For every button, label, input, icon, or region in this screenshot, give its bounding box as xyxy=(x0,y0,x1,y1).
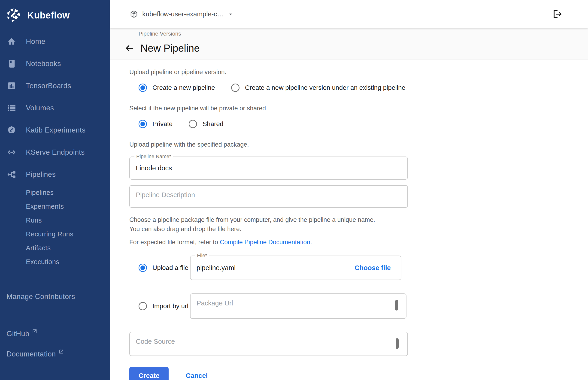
radio-unselected-icon xyxy=(231,84,239,92)
scrollbar-thumb[interactable] xyxy=(395,300,398,310)
documentation-link-label: Documentation xyxy=(6,350,56,358)
pipeline-name-field: Pipeline Name* xyxy=(129,156,408,180)
radio-selected-icon xyxy=(138,264,147,272)
page-header: Pipeline Versions New Pipeline xyxy=(110,28,588,60)
sidebar-subitem-label: Artifacts xyxy=(26,244,51,252)
radio-label: Import by url xyxy=(152,303,188,310)
sidebar-subitem-label: Recurring Runs xyxy=(26,230,74,238)
manage-contributors-label: Manage Contributors xyxy=(6,292,75,301)
sidebar-subitem-recurring-runs[interactable]: Recurring Runs xyxy=(0,227,110,241)
namespace-selector[interactable]: kubeflow-user-example-c… xyxy=(130,10,234,18)
sidebar-item-label: Volumes xyxy=(26,104,54,112)
external-link-icon xyxy=(32,329,37,334)
katib-telescope-icon xyxy=(7,126,16,135)
scrollbar-thumb[interactable] xyxy=(396,338,399,349)
sidebar-subitem-label: Executions xyxy=(26,258,59,266)
choose-file-button[interactable]: Choose file xyxy=(355,264,391,272)
top-bar: kubeflow-user-example-c… xyxy=(110,0,588,28)
namespace-label: kubeflow-user-example-c… xyxy=(142,10,224,18)
sidebar-item-tensorboards[interactable]: TensorBoards xyxy=(0,75,110,97)
radio-create-pipeline-version[interactable]: Create a new pipeline version under an e… xyxy=(231,84,405,92)
sidebar-subitem-label: Experiments xyxy=(26,203,64,210)
sidebar-subitem-artifacts[interactable]: Artifacts xyxy=(0,241,110,255)
create-button[interactable]: Create xyxy=(129,367,169,380)
sidebar-item-label: TensorBoards xyxy=(26,82,71,90)
sidebar: Kubeflow Home Notebooks TensorBoards Vol… xyxy=(0,0,110,380)
sidebar-divider xyxy=(3,276,107,276)
pipeline-type-radio-group: Create a new pipeline Create a new pipel… xyxy=(138,84,588,92)
sidebar-item-home[interactable]: Home xyxy=(0,30,110,53)
pipeline-name-field-label: Pipeline Name* xyxy=(135,153,173,160)
sidebar-subitem-pipelines[interactable]: Pipelines xyxy=(0,186,110,199)
help-line-2: You can also drag and drop the file here… xyxy=(129,224,588,234)
sidebar-subitem-label: Pipelines xyxy=(26,189,54,196)
notebook-icon xyxy=(7,59,16,68)
format-text-prefix: For expected file format, refer to xyxy=(129,239,220,246)
pipeline-description-input[interactable] xyxy=(130,186,407,207)
file-format-text: For expected file format, refer to Compi… xyxy=(129,239,588,246)
code-source-field xyxy=(129,332,408,356)
help-line-1: Choose a pipeline package file from your… xyxy=(129,215,588,224)
app-title: Kubeflow xyxy=(27,10,70,20)
back-arrow-icon xyxy=(124,43,135,53)
radio-selected-icon xyxy=(138,84,147,92)
logout-button[interactable] xyxy=(552,9,562,19)
github-link-label: GitHub xyxy=(6,330,29,338)
radio-label: Create a new pipeline version under an e… xyxy=(245,84,405,91)
code-source-input[interactable] xyxy=(130,332,407,356)
breadcrumb[interactable]: Pipeline Versions xyxy=(138,30,181,37)
sidebar-item-manage-contributors[interactable]: Manage Contributors xyxy=(6,292,110,301)
sidebar-link-documentation[interactable]: Documentation xyxy=(6,350,110,358)
radio-label: Private xyxy=(152,120,173,128)
radio-create-new-pipeline[interactable]: Create a new pipeline xyxy=(138,84,215,92)
bar-chart-icon xyxy=(7,81,16,91)
sidebar-item-pipelines[interactable]: Pipelines xyxy=(0,163,110,186)
sidebar-item-label: Home xyxy=(26,38,45,46)
pipeline-tree-icon xyxy=(7,170,16,179)
back-button[interactable] xyxy=(124,43,135,53)
sidebar-subitem-runs[interactable]: Runs xyxy=(0,213,110,227)
pipeline-description-field xyxy=(129,185,408,208)
pipeline-name-input[interactable] xyxy=(130,157,407,179)
import-url-row: Import by url xyxy=(129,293,588,319)
upload-section-label: Upload pipeline or pipeline version. xyxy=(129,69,588,76)
sidebar-item-kserve-endpoints[interactable]: KServe Endpoints xyxy=(0,141,110,163)
radio-selected-icon xyxy=(138,120,147,128)
sidebar-item-volumes[interactable]: Volumes xyxy=(0,97,110,119)
package-section-label: Upload pipeline with the specified packa… xyxy=(129,141,588,148)
file-name-value: pipeline.yaml xyxy=(196,264,235,272)
compile-pipeline-documentation-link[interactable]: Compile Pipeline Documentation xyxy=(220,239,310,246)
radio-upload-a-file[interactable]: Upload a file xyxy=(129,264,190,272)
kubeflow-logo[interactable]: Kubeflow xyxy=(0,0,110,30)
visibility-section-label: Select if the new pipeline will be priva… xyxy=(129,105,588,112)
storage-icon xyxy=(7,103,16,113)
sidebar-link-github[interactable]: GitHub xyxy=(6,330,110,338)
new-pipeline-form: Upload pipeline or pipeline version. Cre… xyxy=(110,60,588,380)
package-help-text: Choose a pipeline package file from your… xyxy=(129,215,588,234)
radio-private[interactable]: Private xyxy=(138,120,173,128)
sidebar-item-label: Katib Experiments xyxy=(26,126,85,134)
sidebar-subitem-executions[interactable]: Executions xyxy=(0,255,110,269)
package-url-input[interactable] xyxy=(191,294,406,318)
home-icon xyxy=(7,37,16,46)
cancel-button[interactable]: Cancel xyxy=(186,372,208,380)
radio-unselected-icon xyxy=(138,302,147,310)
code-arrows-icon xyxy=(7,148,16,157)
radio-label: Create a new pipeline xyxy=(152,84,215,91)
sidebar-subitem-experiments[interactable]: Experiments xyxy=(0,199,110,213)
radio-shared[interactable]: Shared xyxy=(189,120,223,128)
kubeflow-logo-icon xyxy=(6,8,21,23)
sidebar-divider xyxy=(3,315,107,315)
page-title: New Pipeline xyxy=(140,42,200,54)
sidebar-item-label: KServe Endpoints xyxy=(26,148,85,156)
sidebar-item-katib-experiments[interactable]: Katib Experiments xyxy=(0,119,110,141)
sidebar-item-label: Pipelines xyxy=(26,170,56,179)
form-actions: Create Cancel xyxy=(129,367,588,380)
package-url-field xyxy=(190,293,407,319)
sidebar-subitem-label: Runs xyxy=(26,217,42,224)
main-area: kubeflow-user-example-c… Pipeline Versio… xyxy=(110,0,588,380)
upload-file-row: Upload a file File* pipeline.yaml Choose… xyxy=(129,256,588,280)
radio-import-by-url[interactable]: Import by url xyxy=(129,302,190,310)
sidebar-item-notebooks[interactable]: Notebooks xyxy=(0,53,110,75)
radio-label: Upload a file xyxy=(152,264,188,271)
